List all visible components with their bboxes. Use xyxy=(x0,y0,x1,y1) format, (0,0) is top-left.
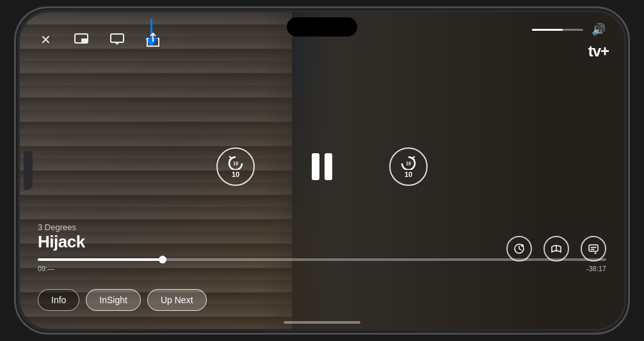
home-indicator[interactable] xyxy=(284,321,360,324)
svg-rect-8 xyxy=(589,245,598,251)
svg-text:10: 10 xyxy=(233,161,238,167)
apple-tv-logo: tv+ xyxy=(587,42,609,60)
time-elapsed: 09:— xyxy=(38,265,54,272)
progress-area: 09:— -38:17 xyxy=(38,258,606,272)
dynamic-island xyxy=(287,17,357,37)
tab-up-next[interactable]: Up Next xyxy=(147,289,207,311)
controls-overlay: ✕ xyxy=(20,12,624,329)
right-icons xyxy=(506,236,606,262)
tv-plus-text: tv+ xyxy=(588,42,609,60)
share-button[interactable] xyxy=(143,29,163,50)
tab-insight[interactable]: InSight xyxy=(86,289,141,311)
show-title: Hijack xyxy=(38,232,85,252)
pause-bar-right xyxy=(325,153,332,180)
subtitles-button[interactable] xyxy=(581,236,606,262)
rewind-button[interactable]: 10 10 xyxy=(216,147,255,186)
progress-dot[interactable] xyxy=(159,256,166,263)
svg-point-6 xyxy=(521,244,524,247)
camera-bump xyxy=(24,151,33,190)
time-remaining: -38:17 xyxy=(586,265,606,272)
svg-text:10: 10 xyxy=(406,161,411,167)
pip-button[interactable] xyxy=(71,29,92,50)
phone-screen: ✕ xyxy=(20,12,624,329)
volume-bar xyxy=(532,29,583,31)
show-subtitle: 3 Degrees xyxy=(38,222,85,232)
forward-seconds: 10 xyxy=(405,170,412,178)
audio-tracks-button[interactable] xyxy=(543,236,569,262)
progress-fill xyxy=(38,258,163,261)
svg-rect-2 xyxy=(111,34,124,42)
rewind-seconds: 10 xyxy=(232,170,239,178)
pause-bar-left xyxy=(312,153,319,180)
bottom-tabs: Info InSight Up Next xyxy=(38,289,207,311)
volume-row: 🔊 xyxy=(532,19,609,40)
top-right-controls: 🔊 tv+ xyxy=(532,19,609,60)
top-left-controls: ✕ xyxy=(35,29,163,50)
forward-button[interactable]: 10 10 xyxy=(389,147,428,186)
phone-frame: ✕ xyxy=(15,7,629,334)
middle-controls: 10 10 10 10 xyxy=(20,147,624,186)
volume-icon[interactable]: 🔊 xyxy=(588,19,609,40)
svg-rect-1 xyxy=(81,38,87,42)
close-button[interactable]: ✕ xyxy=(35,29,56,50)
progress-track[interactable] xyxy=(38,258,606,261)
volume-fill xyxy=(532,29,563,31)
time-labels: 09:— -38:17 xyxy=(38,265,606,272)
airplay-button[interactable] xyxy=(107,29,127,50)
playback-speed-button[interactable] xyxy=(506,236,532,262)
pause-button[interactable] xyxy=(306,151,338,183)
title-area: 3 Degrees Hijack xyxy=(38,222,85,252)
tab-info[interactable]: Info xyxy=(38,289,79,311)
